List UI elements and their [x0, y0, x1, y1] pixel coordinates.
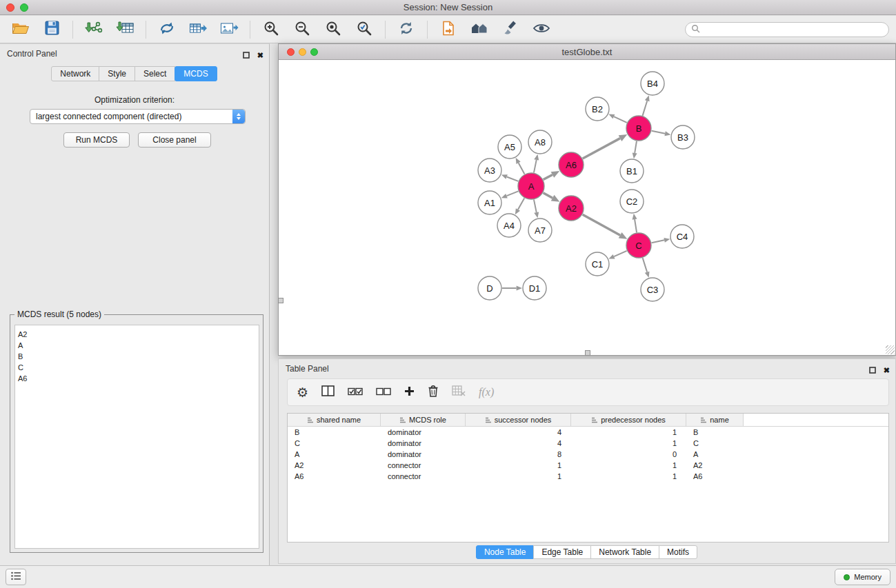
graph-node-A7[interactable]: A7	[528, 219, 552, 242]
delete-table-icon[interactable]	[452, 385, 466, 399]
show-panels-button[interactable]	[6, 569, 26, 585]
gear-icon[interactable]: ⚙	[297, 386, 308, 399]
export-image-button[interactable]	[215, 19, 243, 41]
save-session-button[interactable]	[38, 19, 66, 41]
table-tab-node-table[interactable]: Node Table	[476, 545, 535, 559]
graph-node-D1[interactable]: D1	[523, 276, 546, 300]
edge-B-B2[interactable]	[608, 114, 626, 123]
open-session-button[interactable]	[7, 19, 34, 41]
network-graph[interactable]: AA6A2BCA5A8A3A1A4A7B2B4B3B1C2C4C1C3DD1	[279, 61, 895, 355]
zoom-fit-button[interactable]	[319, 19, 347, 41]
edge-C-C1[interactable]	[608, 251, 626, 259]
table-tab-network-table[interactable]: Network Table	[590, 545, 659, 559]
table-row[interactable]: A2connector11A2	[288, 460, 888, 471]
column-selector-icon[interactable]	[321, 385, 335, 399]
graph-node-A1[interactable]: A1	[478, 191, 501, 214]
table-row[interactable]: A6connector11A6	[288, 471, 888, 482]
resize-grip[interactable]	[886, 345, 895, 354]
new-network-button[interactable]	[153, 19, 181, 41]
mcds-result-item[interactable]: A6	[18, 373, 256, 384]
zoom-selected-button[interactable]	[350, 19, 378, 41]
graph-node-A[interactable]: A	[518, 173, 544, 199]
close-panel-button[interactable]: Close panel	[138, 132, 211, 148]
edge-A6-B[interactable]	[583, 134, 628, 159]
close-network-window-button[interactable]	[287, 48, 295, 56]
column-header-successor-nodes[interactable]: successor nodes	[466, 414, 571, 426]
close-table-panel-icon[interactable]: ✖	[884, 367, 890, 374]
edge-A-A7[interactable]	[534, 200, 539, 219]
mcds-result-item[interactable]: B	[18, 351, 256, 362]
zoom-in-button[interactable]	[257, 19, 285, 41]
edge-A-A8[interactable]	[534, 154, 539, 173]
zoom-network-window-button[interactable]	[310, 48, 318, 56]
table-row[interactable]: Cdominator41C	[288, 438, 888, 449]
float-panel-icon[interactable]	[243, 49, 250, 61]
graph-node-A2[interactable]: A2	[559, 196, 584, 221]
function-builder-icon[interactable]: f(x)	[479, 386, 494, 398]
tab-network[interactable]: Network	[51, 66, 99, 81]
graph-node-B[interactable]: B	[626, 116, 651, 141]
tab-select[interactable]: Select	[135, 66, 175, 81]
graph-node-C[interactable]: C	[626, 233, 651, 258]
edge-A2-C[interactable]	[583, 214, 628, 239]
titlebar[interactable]: Session: New Session	[0, 0, 896, 15]
resize-handle-left[interactable]	[278, 298, 283, 303]
edge-A-A1[interactable]	[501, 191, 519, 198]
minimize-network-window-button[interactable]	[299, 48, 306, 56]
mcds-result-item[interactable]: A	[18, 340, 256, 351]
edge-A-A5[interactable]	[516, 158, 525, 174]
edge-C-C2[interactable]	[633, 214, 637, 232]
refresh-view-button[interactable]	[392, 19, 420, 41]
graph-node-C1[interactable]: C1	[586, 252, 609, 276]
edge-D-D1[interactable]	[502, 285, 522, 290]
graph-node-A5[interactable]: A5	[498, 135, 521, 159]
close-window-button[interactable]	[6, 3, 14, 12]
search-input[interactable]	[704, 25, 883, 34]
optimization-dropdown[interactable]: largest connected component (directed)	[30, 109, 246, 124]
export-table-button[interactable]	[184, 19, 212, 41]
edge-A-A6[interactable]	[544, 171, 560, 180]
column-header-MCDS-role[interactable]: MCDS role	[381, 414, 466, 426]
table-tab-edge-table[interactable]: Edge Table	[533, 545, 591, 559]
graph-node-D[interactable]: D	[478, 276, 501, 300]
graph-node-C2[interactable]: C2	[620, 190, 644, 213]
add-column-icon[interactable]	[404, 386, 415, 399]
delete-column-icon[interactable]	[428, 385, 439, 400]
deselect-all-icon[interactable]	[376, 386, 391, 398]
float-table-panel-icon[interactable]	[869, 364, 876, 376]
graph-node-B1[interactable]: B1	[620, 159, 644, 183]
graph-node-A8[interactable]: A8	[528, 130, 552, 154]
graph-node-B2[interactable]: B2	[586, 97, 609, 121]
mcds-result-item[interactable]: C	[18, 362, 256, 373]
zoom-out-button[interactable]	[288, 19, 316, 41]
edge-A-A2[interactable]	[544, 193, 560, 202]
graph-node-A6[interactable]: A6	[559, 152, 584, 177]
mcds-result-list[interactable]: A2ABCA6	[14, 325, 259, 549]
select-all-icon[interactable]	[348, 386, 363, 398]
mcds-result-item[interactable]: A2	[18, 329, 256, 340]
column-header-name[interactable]: name	[686, 414, 744, 426]
edge-A-A4[interactable]	[515, 198, 524, 214]
tab-style[interactable]: Style	[99, 66, 135, 81]
edge-B-B1[interactable]	[633, 141, 637, 159]
zoom-window-button[interactable]	[20, 3, 28, 12]
column-header-predecessor-nodes[interactable]: predecessor nodes	[571, 414, 686, 426]
search-box[interactable]	[685, 22, 889, 37]
import-network-button[interactable]	[80, 19, 108, 41]
memory-button[interactable]: Memory	[835, 569, 890, 585]
table-tab-motifs[interactable]: Motifs	[659, 545, 697, 559]
edge-B-B4[interactable]	[643, 95, 650, 116]
show-hide-button[interactable]	[528, 19, 555, 41]
home-views-button[interactable]	[466, 19, 493, 41]
paint-style-button[interactable]	[497, 19, 524, 41]
edge-A-A3[interactable]	[501, 174, 519, 181]
edge-B-B3[interactable]	[652, 131, 671, 136]
graph-node-A3[interactable]: A3	[478, 159, 501, 182]
graph-node-B3[interactable]: B3	[671, 125, 695, 149]
tab-mcds[interactable]: MCDS	[175, 66, 217, 81]
first-neighbors-button[interactable]	[435, 19, 462, 41]
table-row[interactable]: Adominator80A	[288, 449, 888, 460]
edge-C-C4[interactable]	[652, 238, 670, 243]
table-row[interactable]: Bdominator41B	[288, 427, 888, 438]
import-table-button[interactable]	[111, 19, 139, 41]
